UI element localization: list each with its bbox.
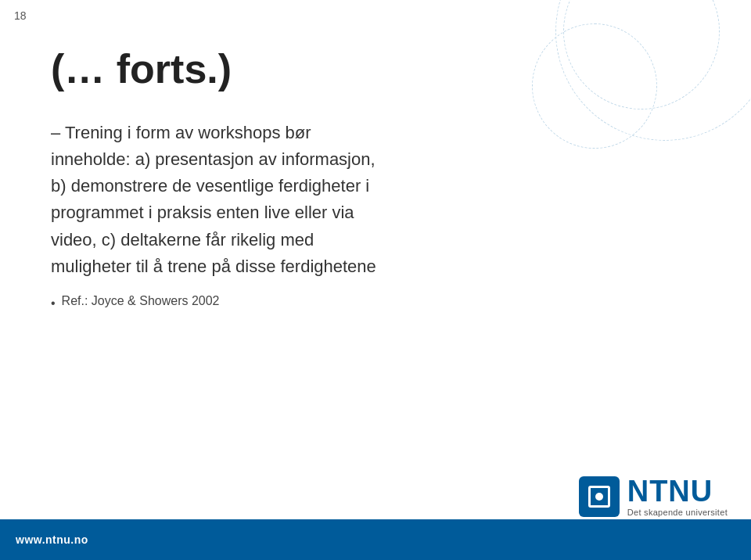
reference-text: Ref.: Joyce & Showers 2002 [62,294,220,308]
bottom-bar: www.ntnu.no [0,519,751,560]
body-line-5: video, c) deltakerne får rikelig med [51,227,661,253]
slide: 18 (… forts.) – Trening i form av worksh… [0,0,751,560]
ntnu-icon-dot [595,493,603,501]
ntnu-text-block: NTNU Det skapende universitet [627,476,728,517]
reference-item: • Ref.: Joyce & Showers 2002 [51,294,700,314]
body-line-1: – Trening i form av workshops bør [51,120,661,146]
ntnu-logo: NTNU Det skapende universitet [579,476,728,517]
slide-number: 18 [14,9,27,22]
body-line-4: programmet i praksis enten live eller vi… [51,199,661,226]
slide-title: (… forts.) [51,47,700,92]
body-line-2: inneholde: a) presentasjon av informasjo… [51,146,661,173]
body-line-3: b) demonstrere de vesentlige ferdigheter… [51,173,661,199]
bullet-dot: • [51,294,56,314]
bottom-url: www.ntnu.no [16,533,88,546]
ntnu-icon-box [579,476,620,517]
body-line-6: muligheter til å trene på disse ferdighe… [51,253,661,280]
ntnu-name: NTNU [627,476,713,506]
slide-content: (… forts.) – Trening i form av workshops… [0,0,751,519]
ntnu-icon-inner [588,486,610,508]
slide-body: – Trening i form av workshops bør inneho… [51,120,661,280]
ntnu-tagline: Det skapende universitet [627,508,728,517]
